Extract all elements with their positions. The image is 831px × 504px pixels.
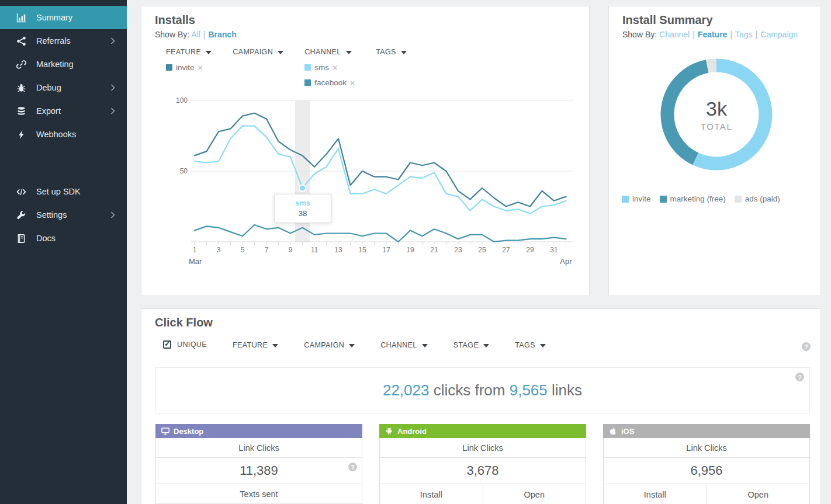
platform-body: Link Clicks3,678InstallOpen (379, 438, 586, 504)
click-flow-filter-row: ✓ UNIQUE FEATURECAMPAIGNCHANNELSTAGETAGS (141, 339, 820, 350)
sidebar-item-settings[interactable]: Settings (0, 203, 127, 227)
chip-color-swatch (304, 64, 311, 71)
platform-cards: DesktopLink Clicks11,389?Texts sentAndro… (155, 424, 810, 504)
platform-metric-label: Link Clicks (604, 438, 809, 458)
svg-text:Apr: Apr (560, 257, 572, 266)
chip-color-swatch (166, 64, 172, 71)
dropdown-label: STAGE (453, 341, 479, 349)
platform-metric-value: 11,389? (156, 458, 362, 484)
filter-chip-invite: invite× (166, 63, 212, 72)
sidebar-item-marketing[interactable]: Marketing (0, 53, 127, 76)
platform-metric-value: 6,956 (604, 458, 809, 484)
svg-text:5: 5 (241, 246, 245, 254)
platform-bottom-row: InstallOpen (380, 484, 586, 504)
installs-title: Installs (141, 6, 589, 27)
show-by-tags[interactable]: Tags (735, 30, 753, 39)
svg-text:29: 29 (526, 246, 534, 254)
show-by-separator: | (692, 30, 695, 39)
filter-stage-dropdown[interactable]: STAGE (453, 341, 489, 349)
platform-bottom-cell-install: Install (604, 484, 707, 504)
platform-bottom-label: Texts sent (156, 484, 362, 504)
show-by-all[interactable]: All (191, 30, 200, 39)
svg-text:7: 7 (265, 246, 269, 254)
filter-tags-dropdown[interactable]: TAGS (376, 48, 407, 56)
legend-color-swatch (660, 196, 667, 203)
donut-chart-svg (658, 56, 775, 173)
dropdown-label: FEATURE (233, 341, 268, 349)
show-by-feature[interactable]: Feature (698, 30, 728, 39)
sidebar-item-webhooks[interactable]: Webhooks (0, 123, 127, 146)
caret-down-icon (401, 48, 407, 56)
svg-text:23: 23 (454, 246, 462, 254)
svg-text:13: 13 (334, 246, 342, 254)
show-by-label: Show By: (155, 30, 189, 39)
sidebar-item-label: Marketing (36, 60, 74, 69)
sidebar-item-debug[interactable]: Debug (0, 76, 127, 99)
sidebar-item-summary[interactable]: Summary (0, 6, 127, 29)
sidebar-item-docs[interactable]: Docs (0, 227, 127, 250)
install-summary-card: Install Summary Show By: Channel|Feature… (608, 6, 821, 296)
legend-item-ads-paid: ads (paid) (735, 194, 780, 203)
platform-header: iOS (603, 424, 810, 438)
remove-chip-icon[interactable]: × (333, 64, 337, 72)
dropdown-label: FEATURE (166, 48, 201, 56)
platform-metric-label: Link Clicks (380, 438, 586, 458)
remove-chip-icon[interactable]: × (198, 64, 203, 72)
click-flow-title: Click Flow (141, 309, 820, 329)
platform-card-ios: iOSLink Clicks6,956InstallOpen (603, 424, 810, 504)
caret-down-icon (272, 341, 278, 349)
filter-channel-dropdown[interactable]: CHANNEL (304, 48, 352, 56)
code-icon (16, 187, 26, 197)
legend-label: invite (632, 194, 651, 203)
platform-metric-value: 3,678 (380, 458, 586, 484)
filter-tags-dropdown[interactable]: TAGS (515, 341, 546, 349)
svg-text:27: 27 (502, 246, 510, 254)
filter-feature-dropdown[interactable]: FEATURE (166, 48, 212, 56)
line-chart-svg: 50100135791113151719212325272931MarApr (174, 94, 583, 275)
filter-feature-dropdown[interactable]: FEATURE (233, 341, 278, 349)
show-by-channel[interactable]: Channel (659, 30, 690, 39)
svg-text:21: 21 (430, 246, 438, 254)
help-icon[interactable]: ? (795, 373, 804, 381)
wrench-icon (16, 210, 26, 220)
install-summary-show-by: Show By: Channel|Feature|Tags|Campaign (609, 27, 820, 39)
platform-bottom-cell-open: Open (707, 484, 810, 504)
remove-chip-icon[interactable]: × (350, 79, 355, 87)
installs-show-by: Show By: All|Branch (141, 27, 589, 39)
sidebar-item-set-up-sdk[interactable]: Set up SDK (0, 180, 127, 203)
filter-chip-facebook: facebook× (304, 78, 355, 87)
show-by-campaign[interactable]: Campaign (760, 30, 798, 39)
sidebar-item-export[interactable]: Export (0, 99, 127, 123)
show-by-branch[interactable]: Branch (208, 30, 236, 39)
unique-checkbox[interactable]: ✓ (163, 340, 171, 349)
svg-text:100: 100 (176, 96, 188, 105)
desktop-icon (161, 427, 169, 435)
dropdown-label: TAGS (515, 341, 535, 349)
chart-tooltip: sms 38 (274, 194, 331, 223)
clicks-summary-banner: 22,023 clicks from 9,565 links ? (155, 367, 810, 413)
platform-body: Link Clicks11,389?Texts sent (155, 438, 362, 504)
sidebar-item-referrals[interactable]: Referrals (0, 29, 127, 53)
legend-color-swatch (735, 196, 742, 203)
caret-down-icon (483, 341, 489, 349)
platform-header: Android (379, 424, 586, 438)
help-icon[interactable]: ? (348, 463, 357, 471)
filter-channel-dropdown[interactable]: CHANNEL (380, 341, 428, 349)
chip-label: facebook (314, 78, 347, 87)
sidebar-item-label: Summary (36, 13, 72, 22)
platform-bottom-cell-open: Open (483, 484, 586, 504)
donut-segment-ads-paid (707, 65, 716, 66)
platform-bottom-row: InstallOpen (604, 484, 809, 504)
tooltip-value: 38 (275, 209, 331, 218)
svg-text:19: 19 (406, 246, 414, 254)
svg-text:50: 50 (180, 167, 188, 175)
help-icon[interactable]: ? (802, 342, 811, 351)
chevron-right-icon (110, 84, 115, 91)
caret-down-icon (278, 48, 283, 56)
click-flow-filters: FEATURECAMPAIGNCHANNELSTAGETAGS (207, 339, 546, 350)
filter-campaign-dropdown[interactable]: CAMPAIGN (233, 48, 283, 56)
chip-label: invite (176, 63, 195, 72)
installs-filter-row: FEATUREinvite×CAMPAIGNCHANNELsms×faceboo… (141, 46, 589, 87)
filter-campaign-dropdown[interactable]: CAMPAIGN (304, 341, 355, 349)
dropdown-label: CHANNEL (304, 48, 341, 56)
